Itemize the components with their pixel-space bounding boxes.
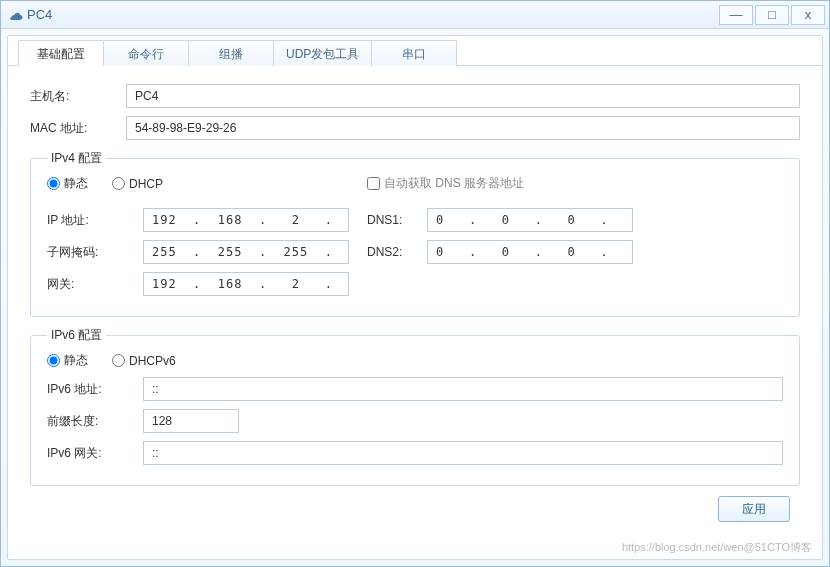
checkbox-autodns-input[interactable] [367,177,380,190]
row-mac: MAC 地址: [30,116,800,140]
label-ipv6gw: IPv6 网关: [47,445,143,462]
radio-ipv4-static-label: 静态 [64,175,88,192]
radio-ipv4-dhcp-input[interactable] [112,177,125,190]
close-button[interactable]: x [791,5,825,25]
radio-ipv6-dhcpv6-label: DHCPv6 [129,354,176,368]
ipv4-mode-row: 静态 DHCP 自动获取 DNS 服务器地址 [47,175,783,192]
tab-serial[interactable]: 串口 [371,40,457,66]
mask-input[interactable] [143,240,349,264]
tab-basic[interactable]: 基础配置 [18,40,104,66]
radio-ipv6-static[interactable]: 静态 [47,352,88,369]
ip-input[interactable] [143,208,349,232]
ipv6gw-input[interactable] [143,441,783,465]
row-ip: IP 地址: [47,208,367,232]
client-area: 基础配置 命令行 组播 UDP发包工具 串口 主机名: MAC 地址: IPv4… [7,35,823,560]
label-dns2: DNS2: [367,245,427,259]
label-hostname: 主机名: [30,88,126,105]
row-ipv6addr: IPv6 地址: [47,377,783,401]
radio-ipv6-dhcpv6-input[interactable] [112,354,125,367]
maximize-button[interactable]: □ [755,5,789,25]
hostname-input[interactable] [126,84,800,108]
dns1-input[interactable] [427,208,633,232]
window-title: PC4 [27,7,717,22]
row-prefix: 前缀长度: [47,409,783,433]
ipv4-legend: IPv4 配置 [47,150,106,167]
ipv4-fieldset: IPv4 配置 静态 DHCP [30,150,800,317]
app-window: PC4 — □ x 基础配置 命令行 组播 UDP发包工具 串口 主机名: MA… [0,0,830,567]
label-mac: MAC 地址: [30,120,126,137]
radio-ipv6-static-label: 静态 [64,352,88,369]
label-gateway: 网关: [47,276,143,293]
label-mask: 子网掩码: [47,244,143,261]
label-ip: IP 地址: [47,212,143,229]
row-hostname: 主机名: [30,84,800,108]
row-ipv6gw: IPv6 网关: [47,441,783,465]
tab-cli[interactable]: 命令行 [103,40,189,66]
mac-input[interactable] [126,116,800,140]
row-gateway: 网关: [47,272,367,296]
tab-udp[interactable]: UDP发包工具 [273,40,372,66]
row-dns1: DNS1: [367,208,783,232]
label-dns1: DNS1: [367,213,427,227]
checkbox-autodns-label: 自动获取 DNS 服务器地址 [384,175,524,192]
radio-ipv6-static-input[interactable] [47,354,60,367]
radio-ipv4-static[interactable]: 静态 [47,175,88,192]
radio-ipv4-dhcp[interactable]: DHCP [112,177,163,191]
row-mask: 子网掩码: [47,240,367,264]
ipv6-legend: IPv6 配置 [47,327,106,344]
form-area: 主机名: MAC 地址: IPv4 配置 静态 [8,66,822,559]
ipv6addr-input[interactable] [143,377,783,401]
app-icon [7,7,23,23]
dns2-input[interactable] [427,240,633,264]
label-ipv6addr: IPv6 地址: [47,381,143,398]
tab-strip: 基础配置 命令行 组播 UDP发包工具 串口 [8,36,822,66]
ipv6-fieldset: IPv6 配置 静态 DHCPv6 IPv6 地址: 前缀长 [30,327,800,486]
label-prefix: 前缀长度: [47,413,143,430]
footer: 应用 [30,492,800,526]
checkbox-autodns[interactable]: 自动获取 DNS 服务器地址 [367,175,783,192]
window-buttons: — □ x [717,5,825,25]
watermark-text: https://blog.csdn.net/wen@51CTO博客 [622,540,812,555]
gateway-input[interactable] [143,272,349,296]
prefix-input[interactable] [143,409,239,433]
radio-ipv6-dhcpv6[interactable]: DHCPv6 [112,354,176,368]
tab-mcast[interactable]: 组播 [188,40,274,66]
minimize-button[interactable]: — [719,5,753,25]
radio-ipv4-dhcp-label: DHCP [129,177,163,191]
titlebar: PC4 — □ x [1,1,829,29]
apply-button[interactable]: 应用 [718,496,790,522]
radio-ipv4-static-input[interactable] [47,177,60,190]
row-dns2: DNS2: [367,240,783,264]
